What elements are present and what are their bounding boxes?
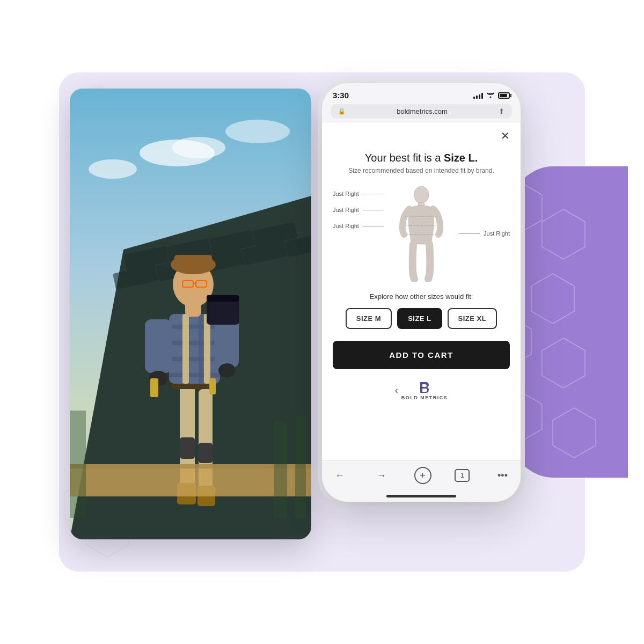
svg-point-16 — [225, 120, 290, 143]
bold-metrics-branding: ‹ BOLD METRICS — [322, 376, 521, 408]
explore-section: Explore how other sizes would fit: SIZE … — [322, 287, 521, 334]
svg-rect-43 — [145, 319, 172, 373]
waist-label: Just Right — [333, 207, 359, 213]
bm-logo-area: BOLD METRICS — [401, 380, 448, 400]
share-icon: ⬆ — [499, 107, 504, 115]
hip-label: Just Right — [333, 223, 359, 229]
scene: 3:30 🔒 boldmetrics.com — [27, 40, 617, 604]
svg-rect-50 — [174, 255, 212, 267]
phone-mockup: 3:30 🔒 boldmetrics.com — [322, 83, 521, 502]
phone-nav-bar: ← → + 1 ••• — [322, 460, 521, 491]
signal-bar-3 — [479, 94, 480, 99]
nav-back-button[interactable]: ← — [331, 468, 349, 484]
svg-rect-38 — [169, 373, 220, 377]
svg-point-63 — [414, 186, 429, 203]
signal-bar-1 — [473, 97, 475, 99]
close-button[interactable]: ✕ — [322, 123, 521, 142]
measurement-label-waist: Just Right — [333, 207, 384, 213]
phone-time: 3:30 — [333, 91, 349, 100]
right-arm-line — [459, 233, 480, 234]
svg-rect-29 — [180, 437, 195, 459]
signal-bars-icon — [473, 92, 483, 99]
svg-rect-36 — [169, 341, 220, 345]
svg-marker-12 — [553, 408, 596, 458]
svg-rect-55 — [207, 295, 239, 302]
battery-icon — [498, 92, 510, 99]
bm-back-arrow[interactable]: ‹ — [395, 385, 398, 396]
svg-marker-6 — [542, 209, 585, 259]
nav-more-button[interactable]: ••• — [493, 468, 512, 484]
worker-photo-card — [70, 89, 311, 539]
signal-bar-2 — [476, 96, 478, 99]
phone-content-area: ✕ Your best fit is a Size L. Size recomm… — [322, 123, 521, 460]
add-to-cart-button[interactable]: ADD TO CART — [333, 341, 510, 369]
svg-rect-35 — [169, 325, 220, 329]
fit-result-subtitle: Size recommended based on intended fit b… — [322, 167, 521, 180]
url-bar[interactable]: 🔒 boldmetrics.com ⬆ — [331, 104, 512, 119]
svg-point-15 — [172, 137, 225, 158]
signal-bar-4 — [481, 93, 483, 99]
chest-label: Just Right — [333, 191, 359, 197]
svg-point-17 — [89, 159, 137, 179]
browser-bar: 🔒 boldmetrics.com ⬆ — [322, 100, 521, 123]
size-buttons-row: SIZE M SIZE L SIZE XL — [333, 308, 510, 329]
svg-rect-60 — [70, 411, 86, 518]
fit-title-plain: Your best fit is a — [365, 152, 444, 164]
svg-rect-44 — [215, 319, 239, 368]
bm-logo-text: BOLD METRICS — [401, 395, 448, 400]
nav-plus-button[interactable]: + — [414, 467, 431, 484]
svg-marker-8 — [531, 274, 574, 324]
svg-rect-40 — [199, 314, 203, 384]
svg-rect-37 — [169, 357, 220, 361]
size-m-button[interactable]: SIZE M — [346, 308, 392, 329]
right-arm-label: Just Right — [484, 230, 510, 237]
scene-background — [70, 89, 311, 539]
measurement-label-right: Just Right — [459, 230, 510, 237]
measurement-labels-left: Just Right Just Right Just Right — [333, 191, 384, 229]
waist-line — [362, 210, 384, 210]
home-bar — [386, 495, 456, 497]
measurement-label-chest: Just Right — [333, 191, 384, 197]
svg-marker-10 — [542, 338, 585, 388]
size-xl-button[interactable]: SIZE XL — [448, 308, 497, 329]
phone-status-bar: 3:30 — [322, 83, 521, 100]
body-figure-svg — [389, 185, 453, 282]
wifi-icon — [486, 91, 495, 99]
url-text: boldmetrics.com — [349, 107, 495, 115]
measurement-label-hip: Just Right — [333, 223, 384, 229]
phone-status-icons — [473, 91, 510, 99]
nav-tabs-button[interactable]: 1 — [455, 469, 470, 482]
phone-home-indicator — [322, 491, 521, 502]
fit-result-title: Your best fit is a Size L. — [322, 142, 521, 167]
svg-rect-62 — [295, 416, 306, 518]
svg-rect-56 — [150, 378, 158, 397]
size-l-button[interactable]: SIZE L — [397, 308, 442, 329]
svg-point-46 — [218, 363, 236, 377]
bm-logo-icon — [417, 380, 432, 395]
lock-icon: 🔒 — [338, 108, 346, 115]
explore-label: Explore how other sizes would fit: — [333, 292, 510, 301]
svg-rect-30 — [199, 443, 213, 463]
svg-rect-54 — [207, 298, 239, 325]
fit-title-bold: Size L. — [444, 152, 478, 164]
nav-forward-button[interactable]: → — [372, 468, 391, 484]
hip-line — [362, 226, 384, 226]
svg-rect-57 — [209, 378, 216, 394]
battery-fill — [500, 94, 507, 97]
chest-line — [362, 194, 384, 194]
svg-rect-41 — [182, 314, 189, 384]
svg-rect-61 — [274, 421, 287, 518]
body-figure-area: Just Right Just Right Just Right — [322, 180, 521, 287]
